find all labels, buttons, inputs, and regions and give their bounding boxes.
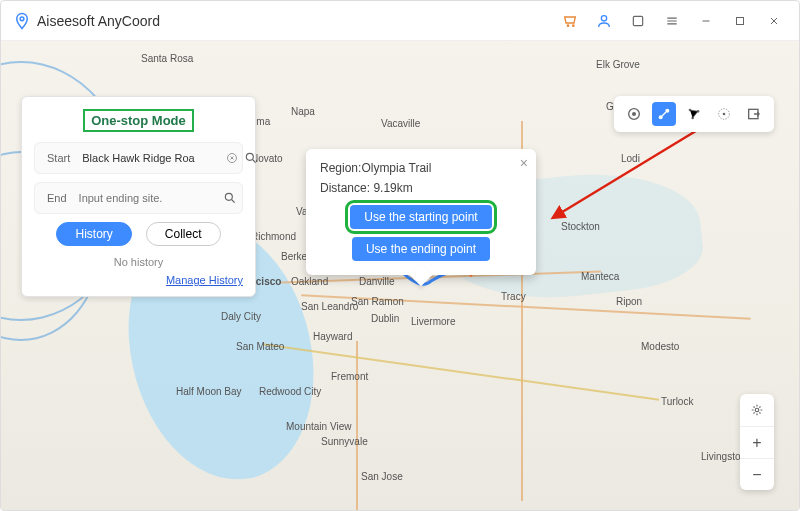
one-stop-tool[interactable]	[652, 102, 676, 126]
city-label: Dublin	[371, 313, 399, 324]
history-button[interactable]: History	[56, 222, 131, 246]
zoom-control: + −	[740, 394, 774, 490]
zoom-out-button[interactable]: −	[740, 458, 774, 490]
region-popup: × Region:Olympia Trail Distance: 9.19km …	[306, 149, 536, 275]
city-label: Stockton	[561, 221, 600, 232]
mode-title: One-stop Mode	[83, 109, 194, 132]
city-label: Turlock	[661, 396, 693, 407]
city-label: Santa Rosa	[141, 53, 193, 64]
city-label: Elk Grove	[596, 59, 640, 70]
no-history-text: No history	[34, 256, 243, 268]
city-label: San Mateo	[236, 341, 284, 352]
joystick-tool[interactable]	[712, 102, 736, 126]
city-label: Sunnyvale	[321, 436, 368, 447]
app-title: Aiseesoft AnyCoord	[37, 13, 160, 29]
city-label: Modesto	[641, 341, 679, 352]
user-icon[interactable]	[591, 8, 617, 34]
svg-point-22	[723, 113, 726, 116]
search-end-icon[interactable]	[223, 190, 237, 206]
city-label: Daly City	[221, 311, 261, 322]
svg-point-12	[225, 193, 232, 200]
start-field: Start	[34, 142, 243, 174]
app-logo: Aiseesoft AnyCoord	[13, 12, 160, 30]
svg-point-24	[755, 408, 759, 412]
svg-point-14	[632, 112, 636, 116]
titlebar: Aiseesoft AnyCoord	[1, 1, 799, 41]
end-field: End	[34, 182, 243, 214]
city-label: Manteca	[581, 271, 619, 282]
maximize-icon[interactable]	[727, 8, 753, 34]
close-icon[interactable]	[761, 8, 787, 34]
popup-distance: Distance: 9.19km	[320, 181, 522, 195]
pin-icon	[13, 12, 31, 30]
popup-close-icon[interactable]: ×	[520, 155, 528, 171]
city-label: Napa	[291, 106, 315, 117]
city-label: Lodi	[621, 153, 640, 164]
city-label: Hayward	[313, 331, 352, 342]
svg-point-0	[20, 16, 24, 20]
end-input[interactable]	[79, 192, 217, 204]
map-settings-button[interactable]	[740, 394, 774, 426]
start-label: Start	[47, 152, 70, 164]
city-label: San Ramon	[351, 296, 404, 307]
svg-rect-3	[737, 17, 744, 24]
popup-region: Region:Olympia Trail	[320, 161, 522, 175]
zoom-in-button[interactable]: +	[740, 426, 774, 458]
map-canvas[interactable]: Santa Rosa Napa Elk Grove Galt Fairfield…	[1, 41, 799, 510]
collect-button[interactable]: Collect	[146, 222, 221, 246]
export-tool[interactable]	[742, 102, 766, 126]
city-label: Richmond	[251, 231, 296, 242]
city-label: Vacaville	[381, 118, 420, 129]
city-label: Livermore	[411, 316, 455, 327]
minimize-icon[interactable]	[693, 8, 719, 34]
city-label: San Jose	[361, 471, 403, 482]
city-label: Tracy	[501, 291, 526, 302]
city-label: Half Moon Bay	[176, 386, 242, 397]
mode-toolbar	[614, 96, 774, 132]
city-label: Danville	[359, 276, 395, 287]
city-label: Oakland	[291, 276, 328, 287]
menu-icon[interactable]	[659, 8, 685, 34]
multi-stop-tool[interactable]	[682, 102, 706, 126]
manage-history-link[interactable]: Manage History	[166, 274, 243, 286]
city-label: Ripon	[616, 296, 642, 307]
city-label: Redwood City	[259, 386, 321, 397]
end-label: End	[47, 192, 67, 204]
city-label: Mountain View	[286, 421, 351, 432]
window-icon[interactable]	[625, 8, 651, 34]
city-label: Fremont	[331, 371, 368, 382]
svg-point-1	[601, 15, 606, 20]
svg-rect-2	[633, 16, 642, 25]
modify-location-tool[interactable]	[622, 102, 646, 126]
cart-icon[interactable]	[557, 8, 583, 34]
use-starting-point-button[interactable]: Use the starting point	[350, 205, 491, 229]
start-input[interactable]	[82, 152, 220, 164]
city-label: San Leandro	[301, 301, 358, 312]
clear-start-icon[interactable]	[226, 150, 238, 166]
route-panel: One-stop Mode Start End History Collect …	[21, 96, 256, 297]
use-ending-point-button[interactable]: Use the ending point	[352, 237, 490, 261]
search-start-icon[interactable]	[244, 150, 258, 166]
svg-point-9	[247, 153, 254, 160]
